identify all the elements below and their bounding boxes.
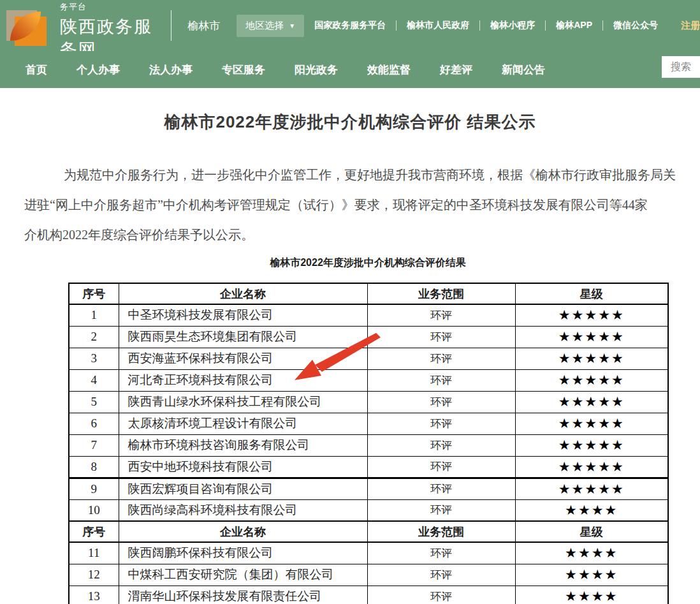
nav-item-6[interactable]: 好差评 <box>440 64 472 76</box>
region-selector-label: 地区选择 <box>245 20 284 32</box>
nav-item-2[interactable]: 法人办事 <box>149 64 193 76</box>
platform-tagline: 全国一体化在线政务服务平台 <box>60 0 157 13</box>
table-row: 7榆林市环境科技咨询服务有限公司环评★★★★★ <box>69 434 668 456</box>
column-header-2: 业务范围 <box>367 283 515 304</box>
table-row: 3西安海蓝环保科技有限公司环评★★★★★ <box>69 348 668 369</box>
top-link-0[interactable]: 国家政务服务平台 <box>304 20 396 31</box>
register-link[interactable]: 注册 <box>681 20 700 32</box>
chevron-down-icon: ▼ <box>289 22 295 29</box>
table-row: 4河北奇正环境科技有限公司环评★★★★★ <box>69 369 668 391</box>
column-header-3: 星级 <box>515 521 668 542</box>
cell-company-name: 榆林市环境科技咨询服务有限公司 <box>119 434 367 456</box>
table-row: 2陕西雨昊生态环境集团有限公司环评★★★★★ <box>69 326 668 348</box>
site-header: 全国一体化在线政务服务平台 陕西政务服务网 榆林市 地区选择 ▼ 国家政务服务平… <box>0 0 700 88</box>
table-row: 5陕西青山绿水环保科技工程有限公司环评★★★★★ <box>69 391 668 413</box>
cell-star-rating: ★★★★★ <box>515 304 668 326</box>
cell-seq: 6 <box>69 413 119 434</box>
cell-star-rating: ★★★★ <box>515 564 668 586</box>
cell-seq: 3 <box>69 348 119 369</box>
cell-star-rating: ★★★★ <box>515 499 668 521</box>
cell-business-scope: 环评 <box>367 326 515 348</box>
nav-item-1[interactable]: 个人办事 <box>77 64 120 76</box>
brand-divider <box>171 10 171 41</box>
cell-business-scope: 环评 <box>367 369 515 391</box>
cell-business-scope: 环评 <box>367 348 515 369</box>
announcement-paragraph: 为规范中介服务行为，进一步强化中介监管工作，更好地提升我市营商环境，根据《榆林市… <box>0 160 700 250</box>
cell-business-scope: 环评 <box>367 586 515 604</box>
cell-star-rating: ★★★★★ <box>515 326 668 348</box>
top-link-4[interactable]: 微信公众号 <box>603 20 668 31</box>
table-header-row: 序号企业名称业务范围星级 <box>69 521 668 542</box>
cell-star-rating: ★★★★★ <box>515 348 668 369</box>
table-row: 13渭南华山环保科技发展有限责任公司环评★★★★ <box>69 586 668 604</box>
top-links: 国家政务服务平台榆林市人民政府榆林小程序榆林APP微信公众号 <box>304 20 668 31</box>
cell-company-name: 陕西雨昊生态环境集团有限公司 <box>119 326 367 348</box>
cell-company-name: 西安中地环境科技有限公司 <box>119 456 367 478</box>
cell-star-rating: ★★★★★ <box>515 434 668 456</box>
cell-star-rating: ★★★★★ <box>515 413 668 434</box>
cell-company-name: 陕西阔鹏环保科技有限公司 <box>119 542 367 564</box>
cell-seq: 1 <box>69 304 119 326</box>
cell-business-scope: 环评 <box>367 542 515 564</box>
table-row: 1中圣环境科技发展有限公司环评★★★★★ <box>69 304 668 326</box>
top-link-3[interactable]: 榆林APP <box>546 20 602 31</box>
paragraph-line-1: 为规范中介服务行为，进一步强化中介监管工作，更好地提升我市营商环境，根据《榆林市… <box>24 160 700 190</box>
region-selector-button[interactable]: 地区选择 ▼ <box>237 15 304 37</box>
column-header-0: 序号 <box>69 283 119 304</box>
site-logo-icon <box>6 9 51 46</box>
paragraph-line-2: 进驻“网上中介服务超市”中介机构考评管理规定（试行）》要求，现将评定的中圣环境科… <box>24 190 700 220</box>
top-link-2[interactable]: 榆林小程序 <box>480 20 545 31</box>
cell-company-name: 中煤科工西安研究院（集团）有限公司 <box>119 564 367 586</box>
table-row: 6太原核清环境工程设计有限公司环评★★★★★ <box>69 413 668 434</box>
cell-seq: 7 <box>69 434 119 456</box>
evaluation-table: 序号企业名称业务范围星级1中圣环境科技发展有限公司环评★★★★★2陕西雨昊生态环… <box>68 283 669 604</box>
cell-seq: 13 <box>69 586 119 604</box>
cell-business-scope: 环评 <box>367 413 515 434</box>
nav-items: 首页个人办事法人办事专区服务阳光政务效能监督好差评新闻公告 <box>26 63 574 77</box>
cell-star-rating: ★★★★★ <box>515 391 668 413</box>
current-city-label: 榆林市 <box>187 18 220 33</box>
cell-company-name: 太原核清环境工程设计有限公司 <box>119 413 367 434</box>
nav-item-4[interactable]: 阳光政务 <box>295 64 338 76</box>
column-header-2: 业务范围 <box>367 521 515 542</box>
nav-item-5[interactable]: 效能监督 <box>367 64 411 76</box>
cell-seq: 10 <box>69 499 119 521</box>
announcement-article: 榆林市2022年度涉批中介机构综合评价 结果公示 为规范中介服务行为，进一步强化… <box>0 88 700 604</box>
cell-business-scope: 环评 <box>367 478 515 499</box>
main-nav: 首页个人办事法人办事专区服务阳光政务效能监督好差评新闻公告 <box>0 51 700 88</box>
page-title: 榆林市2022年度涉批中介机构综合评价 结果公示 <box>0 111 700 133</box>
cell-company-name: 河北奇正环境科技有限公司 <box>119 369 367 391</box>
search-input[interactable] <box>662 56 700 78</box>
table-row: 9陕西宏辉项目咨询有限公司环评★★★★★ <box>69 478 668 499</box>
cell-company-name: 陕西宏辉项目咨询有限公司 <box>119 478 367 499</box>
column-header-1: 企业名称 <box>119 283 367 304</box>
evaluation-table-wrap: 序号企业名称业务范围星级1中圣环境科技发展有限公司环评★★★★★2陕西雨昊生态环… <box>68 283 667 604</box>
table-row: 8西安中地环境科技有限公司环评★★★★★ <box>69 456 668 478</box>
cell-company-name: 陕西青山绿水环保科技工程有限公司 <box>119 391 367 413</box>
nav-item-7[interactable]: 新闻公告 <box>502 64 545 76</box>
column-header-0: 序号 <box>69 521 119 542</box>
table-row: 12中煤科工西安研究院（集团）有限公司环评★★★★ <box>69 564 668 586</box>
nav-item-3[interactable]: 专区服务 <box>222 64 265 76</box>
header-top-row: 全国一体化在线政务服务平台 陕西政务服务网 榆林市 地区选择 ▼ 国家政务服务平… <box>0 0 700 51</box>
cell-seq: 4 <box>69 369 119 391</box>
cell-business-scope: 环评 <box>367 434 515 456</box>
site-name: 陕西政务服务网 <box>60 15 157 51</box>
column-header-3: 星级 <box>515 283 668 304</box>
cell-seq: 5 <box>69 391 119 413</box>
cell-star-rating: ★★★★ <box>515 586 668 604</box>
cell-star-rating: ★★★★★ <box>515 369 668 391</box>
brand-block: 全国一体化在线政务服务平台 陕西政务服务网 <box>60 0 157 51</box>
table-row: 10陕西尚绿高科环境科技有限公司环评★★★★ <box>69 499 668 521</box>
cell-star-rating: ★★★★★ <box>515 456 668 478</box>
nav-item-0[interactable]: 首页 <box>26 64 47 76</box>
table-caption: 榆林市2022年度涉批中介机构综合评价结果 <box>68 256 667 270</box>
cell-seq: 12 <box>69 564 119 586</box>
cell-company-name: 西安海蓝环保科技有限公司 <box>119 348 367 369</box>
cell-seq: 2 <box>69 326 119 348</box>
cell-seq: 9 <box>69 478 119 499</box>
cell-company-name: 陕西尚绿高科环境科技有限公司 <box>119 499 367 521</box>
cell-seq: 11 <box>69 542 119 564</box>
cell-seq: 8 <box>69 456 119 478</box>
top-link-1[interactable]: 榆林市人民政府 <box>397 20 479 31</box>
